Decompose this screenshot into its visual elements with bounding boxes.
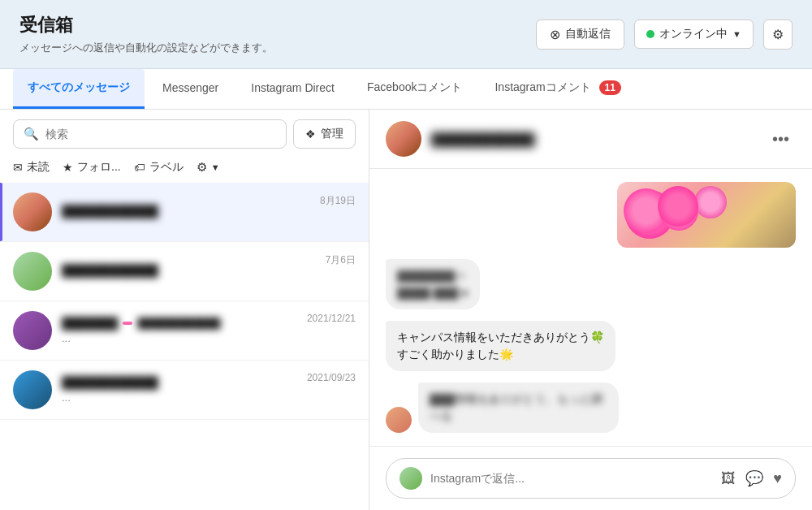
reply-user-avatar	[400, 467, 422, 490]
message-content: ████████████	[62, 264, 356, 279]
filter-unread[interactable]: ✉ 未読	[13, 160, 50, 175]
search-icon: 🔍	[24, 127, 39, 141]
tab-instagram-direct[interactable]: Instagram Direct	[236, 70, 349, 108]
message-name: ████████████	[62, 264, 356, 277]
list-item[interactable]: ████████████ ... 2021/09/23	[0, 361, 369, 420]
message-content: ████████████	[62, 205, 356, 220]
tab-instagram-comment-label: Instagramコメント	[495, 80, 590, 93]
tab-all-messages[interactable]: すべてのメッセージ	[13, 69, 145, 109]
emoji-button[interactable]: 💬	[745, 469, 763, 487]
message-time: 7月6日	[326, 253, 356, 267]
online-status-button[interactable]: オンライン中 ▼	[634, 19, 754, 49]
blurred-name: ███████	[62, 317, 118, 330]
bubble1-line2: ▓▓▓▓ ▓▓▓ ●	[397, 284, 469, 301]
like-button[interactable]: ♥	[773, 470, 782, 487]
instagram-comment-badge: 11	[599, 80, 621, 95]
blurred-chat-name: ████████████	[431, 132, 535, 146]
tab-instagram-direct-label: Instagram Direct	[251, 81, 335, 94]
more-icon: •••	[772, 130, 789, 148]
heart-icon: ♥	[773, 470, 782, 486]
tab-facebook-comment[interactable]: Facebookコメント	[352, 69, 477, 109]
search-box[interactable]: 🔍	[13, 119, 287, 149]
chat-header: ████████████ •••	[369, 110, 812, 169]
gear-icon: ⚙	[772, 28, 784, 41]
settings-button[interactable]: ⚙	[763, 19, 793, 50]
message-time: 8月19日	[320, 194, 356, 208]
active-indicator	[0, 183, 2, 241]
chat-messages: tsunamama ▓▓▓▓▓▓▓ + ▓▓▓▓ ▓▓▓ ● キャンパス情報をい…	[369, 169, 812, 446]
bubble2-line2: すごく助かりました🌟	[397, 346, 604, 363]
image-message: tsunamama	[617, 182, 796, 248]
avatar	[13, 252, 52, 291]
filter-label-label: ラベル	[149, 160, 184, 175]
main-content: 🔍 ❖ 管理 ✉ 未読 ★ フォロ... 🏷	[0, 110, 812, 510]
auto-reply-label: 自動返信	[565, 27, 611, 41]
reply-input-row: 🖼 💬 ♥	[386, 458, 796, 499]
avatar	[13, 370, 52, 409]
more-options-button[interactable]: •••	[766, 127, 796, 152]
reply-input[interactable]	[430, 472, 713, 485]
manage-label: 管理	[321, 127, 343, 141]
bubble3-text: ▓▓▓情報をありがとう、もっと調べる	[430, 392, 603, 422]
filter-row: ✉ 未読 ★ フォロ... 🏷 ラベル ⚙ ▼	[0, 155, 369, 183]
filter-label[interactable]: 🏷 ラベル	[134, 160, 184, 175]
bubble2-line1: キャンパス情報をいただきありがとう🍀	[397, 329, 604, 346]
filter-follow-label: フォロ...	[77, 160, 121, 175]
chat-user-info: ████████████	[386, 121, 535, 157]
star-icon: ★	[63, 161, 73, 174]
tab-all-messages-label: すべてのメッセージ	[28, 80, 130, 93]
blurred-name: ████████████	[62, 264, 158, 277]
filter-more[interactable]: ⚙ ▼	[197, 160, 220, 175]
message-preview: ...	[62, 332, 356, 344]
page-subtitle: メッセージへの返信や自動化の設定などができます。	[19, 41, 273, 55]
avatar	[13, 192, 52, 231]
blurred-name: ████████████	[62, 205, 158, 218]
image-icon: 🖼	[721, 470, 736, 486]
emoji-icon: 💬	[745, 470, 763, 486]
chat-username: ████████████	[431, 132, 535, 146]
message-name: ████████████	[62, 205, 356, 218]
filter-unread-label: 未読	[27, 160, 50, 175]
envelope-icon: ✉	[13, 161, 23, 174]
filter-more-icon: ⚙	[197, 160, 207, 175]
tab-facebook-comment-label: Facebookコメント	[367, 80, 462, 93]
message-time: 2021/09/23	[307, 372, 356, 383]
online-dot-icon	[646, 30, 654, 38]
image-attach-button[interactable]: 🖼	[721, 470, 736, 487]
blurred-name: ████████████	[62, 376, 158, 389]
search-input[interactable]	[45, 128, 276, 140]
label-tag	[123, 322, 132, 325]
received-message-3: ▓▓▓情報をありがとう、もっと調べる	[418, 382, 619, 433]
chat-avatar	[386, 121, 421, 157]
chevron-filter-icon: ▼	[211, 162, 220, 172]
bubble1-line1: ▓▓▓▓▓▓▓ +	[397, 267, 469, 284]
header: 受信箱 メッセージへの返信や自動化の設定などができます。 ⊗ 自動返信 オンライ…	[0, 0, 812, 69]
message-time: 2021/12/21	[307, 313, 356, 324]
blurred-extra: ████████████	[137, 318, 220, 329]
list-item[interactable]: ████████████ 7月6日	[0, 242, 369, 301]
header-left: 受信箱 メッセージへの返信や自動化の設定などができます。	[19, 13, 273, 55]
left-panel: 🔍 ❖ 管理 ✉ 未読 ★ フォロ... 🏷	[0, 110, 369, 510]
list-item[interactable]: ████████████ 8月19日	[0, 183, 369, 242]
tab-messenger[interactable]: Messenger	[148, 70, 233, 108]
tab-instagram-comment[interactable]: Instagramコメント 11	[480, 69, 636, 109]
tab-messenger-label: Messenger	[162, 81, 218, 94]
reply-icons: 🖼 💬 ♥	[721, 469, 782, 487]
header-right: ⊗ 自動返信 オンライン中 ▼ ⚙	[536, 19, 793, 50]
filter-follow[interactable]: ★ フォロ...	[63, 160, 121, 175]
auto-reply-icon: ⊗	[550, 27, 560, 42]
flowers-image: tsunamama	[617, 182, 796, 248]
tag-icon: 🏷	[134, 161, 145, 174]
message-list: ████████████ 8月19日 ████████████	[0, 183, 369, 510]
reply-box: 🖼 💬 ♥	[369, 446, 812, 510]
message-with-avatar: ▓▓▓情報をありがとう、もっと調べる	[386, 382, 637, 433]
list-item[interactable]: ███████ ████████████ ... 2021/12/21	[0, 301, 369, 361]
right-panel: ████████████ ••• tsunamama	[369, 110, 812, 510]
auto-reply-button[interactable]: ⊗ 自動返信	[536, 19, 624, 50]
page-title: 受信箱	[19, 13, 273, 37]
online-label: オンライン中	[659, 27, 728, 41]
received-message-2: キャンパス情報をいただきありがとう🍀 すごく助かりました🌟	[386, 321, 615, 371]
manage-button[interactable]: ❖ 管理	[293, 119, 356, 149]
avatar	[13, 311, 52, 350]
search-manage-bar: 🔍 ❖ 管理	[0, 110, 369, 155]
